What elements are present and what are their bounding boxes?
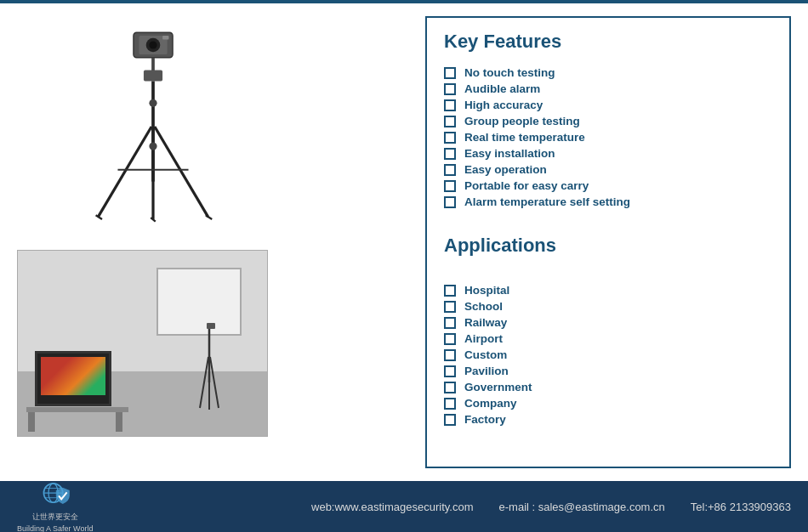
application-item: Factory: [444, 413, 772, 426]
svg-rect-6: [144, 71, 162, 82]
key-features-list: No touch testingAudible alarmHigh accura…: [444, 66, 772, 208]
checkbox-icon: [444, 99, 456, 111]
footer-logo-english: Building A Safer World: [17, 524, 93, 532]
application-item: Airport: [444, 332, 772, 345]
features-box: Key Features No touch testingAudible ala…: [425, 16, 791, 468]
feature-label: No touch testing: [464, 66, 555, 79]
footer: 让世界更安全 Building A Safer World web:www.ea…: [0, 481, 808, 532]
room-scene: [18, 251, 267, 436]
svg-rect-17: [207, 323, 215, 329]
product-in-use-image: [17, 250, 268, 437]
feature-label: Alarm temperature self setting: [464, 195, 630, 208]
checkbox-icon: [444, 196, 456, 208]
feature-item: Easy installation: [444, 147, 772, 160]
checkbox-icon: [444, 148, 456, 160]
feature-label: Real time temperature: [464, 131, 585, 144]
feature-item: Alarm temperature self setting: [444, 195, 772, 208]
applications-list: HospitalSchoolRailwayAirportCustomPavili…: [444, 284, 772, 426]
application-label: Government: [464, 381, 532, 393]
monitor-screen: [41, 357, 105, 395]
feature-item: High accuracy: [444, 99, 772, 111]
application-label: Pavilion: [464, 365, 509, 377]
checkbox-icon: [444, 398, 456, 410]
svg-line-8: [98, 127, 151, 217]
checkbox-icon: [444, 164, 456, 176]
application-label: Company: [464, 397, 517, 410]
footer-logo-chinese: 让世界更安全: [32, 512, 78, 523]
svg-point-3: [149, 41, 156, 48]
desk-surface: [26, 407, 128, 412]
svg-line-19: [200, 357, 208, 408]
checkbox-icon: [444, 365, 456, 377]
application-item: Custom: [444, 348, 772, 361]
footer-contact: web:www.eastimagesecurity.com e-mail : s…: [311, 501, 791, 513]
feature-item: Audible alarm: [444, 82, 772, 95]
checkbox-icon: [444, 301, 456, 313]
main-content: Key Features No touch testingAudible ala…: [0, 3, 808, 481]
checkbox-icon: [444, 333, 456, 345]
checkbox-icon: [444, 382, 456, 393]
checkbox-icon: [444, 116, 456, 127]
footer-tel: Tel:+86 2133909363: [691, 501, 791, 513]
application-label: Custom: [464, 348, 507, 361]
feature-item: Group people testing: [444, 115, 772, 127]
applications-title: Applications: [444, 235, 772, 257]
application-item: Pavilion: [444, 365, 772, 377]
feature-item: Real time temperature: [444, 131, 772, 144]
application-label: School: [464, 300, 503, 313]
feature-label: Easy installation: [464, 147, 555, 160]
feature-item: No touch testing: [444, 66, 772, 79]
checkbox-icon: [444, 180, 456, 192]
desk-leg-left: [28, 412, 35, 432]
spacer: [444, 270, 772, 277]
feature-label: Easy operation: [464, 163, 547, 176]
application-label: Railway: [464, 316, 507, 329]
checkbox-icon: [444, 67, 456, 79]
checkbox-icon: [444, 83, 456, 95]
left-column: [17, 16, 408, 468]
checkbox-icon: [444, 317, 456, 329]
checkbox-icon: [444, 414, 456, 426]
application-label: Hospital: [464, 284, 509, 297]
monitor-stand: [50, 436, 62, 437]
svg-point-15: [149, 99, 156, 107]
footer-web: web:www.eastimagesecurity.com: [311, 501, 474, 513]
desk-leg-right: [116, 412, 122, 432]
application-item: Company: [444, 397, 772, 410]
svg-line-20: [210, 357, 219, 408]
section-divider: [444, 215, 772, 228]
svg-point-16: [149, 142, 156, 150]
tripod-camera-image: [34, 16, 272, 237]
checkbox-icon: [444, 132, 456, 144]
feature-item: Easy operation: [444, 163, 772, 176]
key-features-title: Key Features: [444, 31, 772, 53]
application-item: Railway: [444, 316, 772, 329]
application-item: Hospital: [444, 284, 772, 297]
feature-label: High accuracy: [464, 99, 543, 111]
svg-rect-4: [162, 36, 168, 40]
checkbox-icon: [444, 285, 456, 297]
application-item: School: [444, 300, 772, 313]
feature-label: Group people testing: [464, 115, 580, 127]
application-label: Airport: [464, 332, 503, 345]
feature-label: Audible alarm: [464, 82, 540, 95]
room-monitor: [35, 351, 111, 406]
svg-line-9: [155, 127, 208, 217]
feature-item: Portable for easy carry: [444, 179, 772, 192]
footer-logo: 让世界更安全 Building A Safer World: [17, 480, 93, 532]
checkbox-icon: [444, 349, 456, 361]
application-item: Government: [444, 381, 772, 393]
feature-label: Portable for easy carry: [464, 179, 589, 192]
application-label: Factory: [464, 413, 506, 426]
footer-email: e-mail : sales@eastimage.com.cn: [499, 501, 665, 513]
